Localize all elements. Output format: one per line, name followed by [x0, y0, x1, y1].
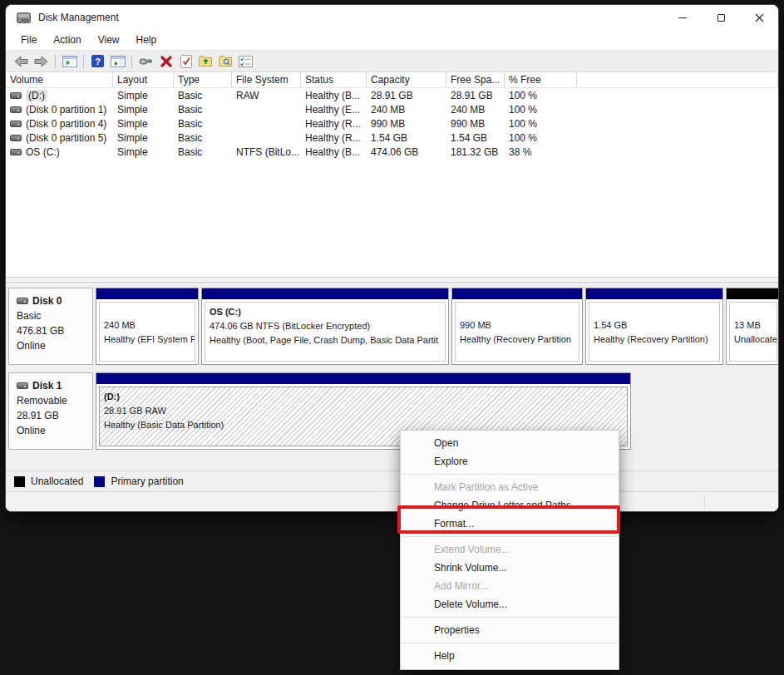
mark-partition-button[interactable]: [176, 52, 195, 71]
disk0-info[interactable]: Disk 0 Basic 476.81 GB Online: [8, 288, 93, 365]
pane-splitter[interactable]: [6, 277, 778, 283]
primary-partition-bar: [202, 288, 448, 299]
column-header-type[interactable]: Type: [174, 72, 232, 87]
maximize-button[interactable]: [702, 5, 740, 30]
volume-name: (Disk 0 partition 4): [26, 118, 106, 130]
drive-icon: [17, 382, 28, 389]
help-icon: ?: [91, 55, 104, 67]
disk1-row: Disk 1 Removable 28.91 GB Online (D:) 28…: [8, 372, 778, 450]
column-header-layout[interactable]: Layout: [113, 72, 174, 87]
disk0-partitions: 240 MB Healthy (EFI System Partition) OS…: [96, 288, 778, 365]
menu-action[interactable]: Action: [45, 32, 89, 48]
view-tool-button[interactable]: [136, 52, 155, 71]
menu-item-shrink-volume[interactable]: Shrink Volume...: [401, 559, 619, 577]
cell-layout: Simple: [113, 90, 174, 101]
menu-file[interactable]: File: [12, 32, 45, 48]
primary-partition-bar: [96, 373, 630, 384]
partition-unallocated[interactable]: 13 MB Unallocated: [726, 288, 778, 365]
menu-help[interactable]: Help: [128, 32, 165, 48]
show-console-tree-button[interactable]: [60, 52, 79, 71]
help-button[interactable]: ?: [88, 52, 107, 71]
drive-icon: [10, 121, 22, 127]
partition-recovery-990[interactable]: 990 MB Healthy (Recovery Partition: [451, 288, 583, 365]
back-icon: [14, 56, 28, 67]
menu-view[interactable]: View: [90, 32, 128, 48]
table-row[interactable]: (Disk 0 partition 4) Simple Basic Health…: [6, 116, 778, 131]
cell-capacity: 240 MB: [367, 104, 446, 116]
document-check-icon: [180, 55, 192, 68]
cell-freespace: 990 MB: [446, 118, 505, 130]
partition-os-c[interactable]: OS (C:) 474.06 GB NTFS (BitLocker Encryp…: [201, 288, 449, 365]
column-header-filesystem[interactable]: File System: [232, 72, 301, 87]
desktop: { "window": { "title": "Disk Management"…: [0, 0, 784, 675]
column-header-status[interactable]: Status: [301, 72, 367, 87]
menu-item-open[interactable]: Open: [401, 434, 619, 452]
partition-efi[interactable]: 240 MB Healthy (EFI System Partition): [96, 288, 199, 365]
primary-partition-bar: [96, 288, 198, 299]
cell-freespace: 240 MB: [446, 104, 505, 116]
cell-pctfree: 100 %: [505, 132, 577, 144]
cell-capacity: 28.91 GB: [367, 90, 446, 101]
partition-size: 990 MB: [460, 318, 574, 333]
column-header-capacity[interactable]: Capacity: [367, 72, 446, 87]
titlebar: Disk Management: [6, 5, 778, 30]
menu-item-format[interactable]: Format...: [401, 515, 619, 533]
table-row[interactable]: (Disk 0 partition 1) Simple Basic Health…: [6, 102, 778, 116]
properties-button[interactable]: [236, 52, 255, 71]
column-header-filler: [577, 72, 778, 87]
partition-name: OS (C:): [210, 305, 441, 319]
cell-pctfree: 100 %: [505, 104, 577, 116]
explore-button[interactable]: [216, 52, 235, 71]
cell-capacity: 1.54 GB: [367, 132, 446, 144]
cell-type: Basic: [174, 146, 232, 158]
window-controls: [663, 5, 778, 30]
svg-text:?: ?: [95, 57, 101, 67]
primary-partition-bar: [452, 288, 582, 299]
cell-status: Healthy (B...: [301, 90, 367, 101]
console-tree-icon: [62, 56, 77, 67]
cell-pctfree: 38 %: [505, 146, 577, 158]
close-button[interactable]: [740, 5, 778, 30]
forward-button[interactable]: [32, 52, 51, 71]
drive-icon: [17, 298, 28, 304]
cell-status: Healthy (B...: [301, 146, 367, 158]
menu-item-properties[interactable]: Properties: [401, 621, 619, 639]
toolbar-separator: [55, 55, 56, 68]
volume-name: OS (C:): [26, 146, 60, 158]
delete-volume-button[interactable]: [156, 52, 175, 71]
action-pane-icon: [111, 56, 126, 67]
table-row[interactable]: OS (C:) Simple Basic NTFS (BitLo... Heal…: [6, 145, 778, 159]
menu-separator: [402, 474, 618, 475]
show-action-pane-button[interactable]: [108, 52, 127, 71]
cell-capacity: 990 MB: [367, 118, 446, 130]
primary-partition-color-swatch: [94, 476, 105, 487]
disk0-row: Disk 0 Basic 476.81 GB Online 240 MB Hea…: [8, 288, 778, 365]
column-header-volume[interactable]: Volume: [6, 72, 113, 87]
partition-recovery-154[interactable]: 1.54 GB Healthy (Recovery Partition): [585, 288, 723, 365]
menu-item-help[interactable]: Help: [401, 647, 619, 665]
primary-partition-bar: [586, 288, 722, 299]
back-button[interactable]: [12, 52, 31, 71]
minimize-button[interactable]: [663, 5, 702, 30]
partition-size: 28.91 GB RAW: [104, 404, 623, 418]
column-header-pctfree[interactable]: % Free: [505, 72, 577, 87]
disk1-info[interactable]: Disk 1 Removable 28.91 GB Online: [8, 372, 93, 450]
cell-status: Healthy (R...: [301, 132, 367, 144]
partition-size: 240 MB: [104, 318, 190, 333]
column-header-freespace[interactable]: Free Spa...: [446, 72, 505, 87]
disk-size: 476.81 GB: [17, 323, 92, 338]
menu-item-explore[interactable]: Explore: [401, 452, 619, 471]
table-row[interactable]: (Disk 0 partition 5) Simple Basic Health…: [6, 131, 778, 145]
open-button[interactable]: [196, 52, 215, 71]
cell-type: Basic: [174, 104, 232, 116]
cell-layout: Simple: [113, 104, 174, 116]
disk-size: 28.91 GB: [17, 408, 92, 423]
partition-status: Unallocated: [734, 333, 772, 347]
table-row[interactable]: (D:) Simple Basic RAW Healthy (B... 28.9…: [6, 88, 778, 102]
cell-layout: Simple: [113, 146, 174, 158]
menu-item-change-drive-letter[interactable]: Change Drive Letter and Paths...: [401, 496, 619, 515]
menu-item-delete-volume[interactable]: Delete Volume...: [401, 595, 619, 613]
unallocated-bar: [727, 288, 778, 299]
cell-filesystem: RAW: [232, 90, 301, 101]
partition-size: 13 MB: [734, 318, 772, 333]
